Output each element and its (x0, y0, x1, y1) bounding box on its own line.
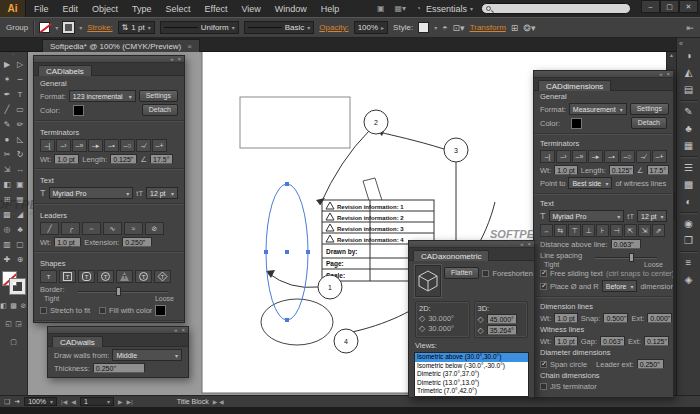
shape-square-button[interactable]: T (59, 270, 76, 283)
wt-field[interactable]: 1.0 pt (54, 154, 79, 164)
collapse-panel-icon[interactable]: « (520, 241, 523, 247)
position-button[interactable]: ⇆ (554, 224, 567, 237)
arrange-documents-icon[interactable]: ▦▾ (395, 4, 407, 13)
tool-graph[interactable]: ▥ (1, 237, 14, 252)
wit-ext-field[interactable]: 0.125" (644, 336, 669, 346)
color-swatch[interactable] (571, 118, 582, 129)
tool-paintbrush[interactable]: ✎ (1, 117, 14, 132)
font-size-dropdown[interactable]: 12 pt (637, 210, 667, 222)
leader-wt-field[interactable]: 1.0 pt (54, 237, 81, 247)
tool-direct-selection[interactable]: ▷ (14, 57, 27, 72)
graphic-styles-panel-icon[interactable]: ❐ (680, 232, 698, 249)
position-button[interactable]: ⊥ (582, 224, 595, 237)
draw-behind-button[interactable]: ◲ (14, 316, 23, 331)
tab-cadlabels[interactable]: CADlabels (38, 65, 92, 76)
tool-width[interactable]: ↔ (14, 162, 27, 177)
shape-none-button[interactable]: T (40, 270, 57, 283)
point-to-dropdown[interactable]: Best side (568, 177, 612, 189)
free-sliding-checkbox[interactable] (540, 270, 547, 277)
font-size-dropdown[interactable]: 12 pt (146, 187, 178, 199)
terminator-button[interactable]: –» (72, 139, 87, 152)
tool-shape-builder[interactable]: ▣ (14, 177, 27, 192)
tool-artboard[interactable]: ▢ (14, 237, 27, 252)
format-dropdown[interactable]: 123 incremental (69, 90, 136, 102)
position-button[interactable]: ⇲ (638, 224, 651, 237)
screen-mode-button[interactable]: ▢ (9, 334, 18, 349)
terminator-button[interactable]: –• (104, 139, 119, 152)
wt-field[interactable]: 1.0 pt (554, 165, 578, 175)
leader-ext-field[interactable]: 0.250" (637, 359, 664, 369)
prev-artboard-icon[interactable]: ◀ (71, 398, 76, 405)
layers-panel-icon[interactable]: ≡ (680, 254, 698, 271)
terminator-button[interactable]: –○ (120, 139, 135, 152)
zoom-level-field[interactable]: 100% ▾ (24, 397, 57, 406)
minimize-button[interactable]: – (641, 0, 660, 13)
isolate-icon[interactable]: ❂▾ (523, 23, 535, 33)
border-slider[interactable] (78, 291, 168, 293)
terminator-button[interactable]: –+ (152, 139, 167, 152)
shape-circle-button[interactable]: T (97, 270, 114, 283)
tool-hand[interactable]: ✚ (1, 252, 14, 267)
terminator-button[interactable]: –▸ (588, 150, 603, 163)
tool-pen[interactable]: ✒ (1, 87, 14, 102)
status-options-icon[interactable]: ▶ ◀ (213, 398, 224, 405)
detach-button[interactable]: Detach (631, 117, 667, 129)
terminator-button[interactable]: –› (556, 150, 571, 163)
tool-mesh[interactable]: ▦ (14, 192, 27, 207)
menu-select[interactable]: Select (166, 4, 191, 14)
shape-rounded-button[interactable]: T (78, 270, 95, 283)
cs-live-icon[interactable]: ◔ (416, 4, 421, 13)
place-dropdown[interactable]: Before (602, 280, 638, 292)
color-swatch[interactable] (73, 105, 84, 116)
maximize-button[interactable]: ▢ (660, 0, 679, 13)
close-panel-icon[interactable]: × (666, 71, 670, 77)
slider-thumb[interactable] (629, 253, 634, 262)
jis-checkbox[interactable] (540, 383, 547, 390)
leader-none-button[interactable]: ⊘ (145, 222, 164, 235)
view-item-selected[interactable]: Isometric above (30.0°,30.0°) (415, 353, 528, 362)
stepper-icon[interactable]: ⇅ (122, 23, 129, 32)
view-item[interactable]: Trimetric (7.0°,42.0°) (415, 387, 528, 396)
app-logo[interactable]: Ai (0, 0, 26, 17)
close-button[interactable]: ✕ (679, 0, 698, 13)
chevron-down-icon[interactable]: ▾ (50, 398, 53, 405)
stroke-proxy[interactable] (10, 279, 25, 294)
style-swatch[interactable] (418, 22, 429, 33)
font-dropdown[interactable]: Myriad Pro (49, 187, 134, 199)
gap-field[interactable]: 0.063" (600, 336, 625, 346)
menu-file[interactable]: File (34, 4, 49, 14)
fill-color-checkbox[interactable] (99, 307, 106, 314)
tool-symbol-sprayer[interactable]: ♣ (14, 222, 27, 237)
chevron-down-icon[interactable]: ▾ (307, 24, 310, 31)
extension-field[interactable]: 0.250" (122, 237, 152, 247)
tool-lasso[interactable]: ∽ (14, 72, 27, 87)
settings-button[interactable]: Settings (630, 103, 669, 115)
stroke-link[interactable]: Stroke: (87, 23, 112, 32)
tab-caddimensions[interactable]: CADdimensions (538, 80, 611, 91)
first-artboard-icon[interactable]: |◀ (61, 398, 67, 405)
tab-cadwalls[interactable]: CADwalls (52, 336, 103, 347)
tool-free-transform[interactable]: ◧ (1, 177, 14, 192)
select-similar-icon[interactable]: ⊡▾ (453, 23, 465, 33)
dim-ext-field[interactable]: 0.000" (647, 313, 672, 323)
position-button[interactable]: ⇱ (624, 224, 637, 237)
gradient-panel-icon[interactable]: ▩ (680, 176, 698, 193)
transparency-panel-icon[interactable]: ◐ (680, 193, 698, 210)
wit-wt-field[interactable]: 1.0 pt (554, 336, 578, 346)
terminator-button[interactable]: –○ (620, 150, 635, 163)
tool-blend[interactable]: ◎ (1, 222, 14, 237)
chevron-right-icon[interactable]: ▸ (381, 24, 384, 31)
tool-scissors[interactable]: ✂ (1, 147, 14, 162)
menu-view[interactable]: View (241, 4, 260, 14)
dim-wt-field[interactable]: 1.0 pt (554, 313, 578, 323)
last-artboard-icon[interactable]: ▶| (127, 398, 133, 405)
expand-panels-icon[interactable]: « (679, 40, 683, 47)
chevron-down-icon[interactable]: ▾ (434, 24, 437, 31)
chevron-down-icon[interactable]: ▾ (148, 24, 151, 31)
flatten-button[interactable]: Flatten (444, 267, 479, 279)
stretch-checkbox[interactable] (40, 307, 47, 314)
opacity-field[interactable]: 100% ▸ (354, 21, 388, 34)
leader-button[interactable]: ⌢ (82, 222, 101, 235)
view-item[interactable]: Isometric below (-30.0°,-30.0°) (415, 362, 528, 371)
shape-triangle-button[interactable]: T (116, 270, 133, 283)
